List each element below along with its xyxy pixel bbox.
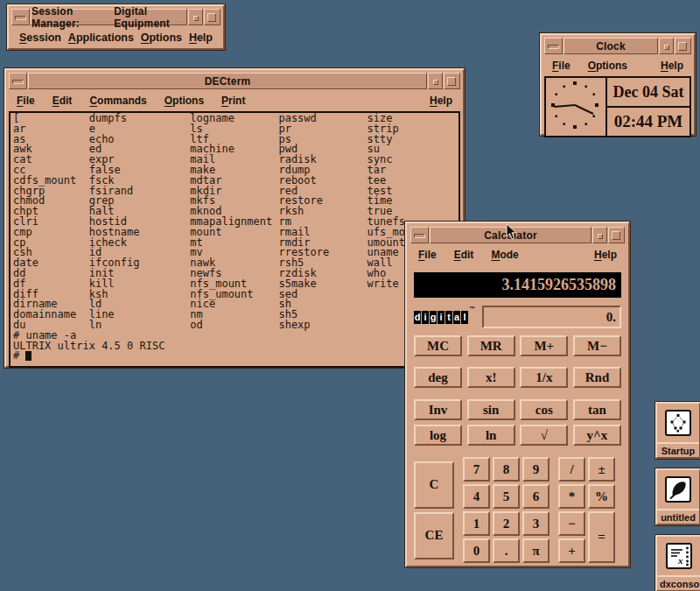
- decterm-titlebar[interactable]: DECterm: [9, 73, 460, 89]
- window-menu-button[interactable]: [544, 38, 563, 54]
- window-menu-button[interactable]: [410, 227, 429, 243]
- maximize-button[interactable]: [204, 9, 220, 25]
- calc-button-log[interactable]: log: [414, 425, 462, 446]
- operator-keys: /±*%−+=: [558, 457, 615, 563]
- calc-button-m[interactable]: M+: [520, 335, 568, 356]
- hour-hand: [575, 105, 593, 114]
- icon-label: untitled: [657, 509, 699, 524]
- calc-button-ln[interactable]: ln: [467, 425, 515, 446]
- calc-button-key[interactable]: .: [493, 538, 520, 563]
- analog-clock-face: [546, 78, 607, 136]
- calc-button-key[interactable]: π: [522, 538, 550, 563]
- menu-item-edit[interactable]: Edit: [52, 95, 73, 107]
- menu-item-help[interactable]: Help: [189, 32, 213, 44]
- calc-button-6[interactable]: 6: [522, 484, 550, 509]
- logo-letter: l: [461, 311, 468, 324]
- calc-button-5[interactable]: 5: [493, 484, 520, 509]
- maximize-button[interactable]: [675, 38, 691, 54]
- calc-button-key[interactable]: %: [588, 484, 615, 509]
- calc-button-x[interactable]: x!: [467, 367, 515, 388]
- svg-text:x: x: [677, 555, 683, 566]
- calc-button-key[interactable]: =: [588, 511, 615, 563]
- desktop-icon-untitled[interactable]: untitled: [655, 468, 700, 525]
- menu-item-mode[interactable]: Mode: [491, 249, 518, 261]
- menu-item-options[interactable]: Options: [588, 60, 627, 72]
- window-title: Session Manager: Digital Equipment: [31, 9, 187, 25]
- menu-item-help[interactable]: Help: [594, 249, 617, 261]
- terminal-screen[interactable]: [ dumpfs logname passwd size ar e ls pr …: [9, 111, 460, 368]
- calc-button-key[interactable]: √: [520, 425, 568, 446]
- menu-item-commands[interactable]: Commands: [89, 95, 146, 107]
- window-menu-button[interactable]: [9, 73, 27, 89]
- menu-item-help[interactable]: Help: [661, 60, 683, 72]
- session-manager-title2: Digital Equipment: [114, 5, 186, 30]
- calc-button-7[interactable]: 7: [463, 457, 490, 482]
- calc-button-deg[interactable]: deg: [414, 367, 462, 388]
- mnemonic-letter: H: [594, 249, 602, 261]
- minimize-button[interactable]: [592, 227, 607, 243]
- calc-button-inv[interactable]: Inv: [414, 399, 462, 420]
- logo-letter: a: [453, 311, 460, 324]
- mnemonic-letter: P: [221, 95, 228, 107]
- calc-button-8[interactable]: 8: [493, 457, 520, 482]
- calc-button-rnd[interactable]: Rnd: [573, 367, 621, 388]
- logo-letter: t: [445, 311, 452, 324]
- calc-button-9[interactable]: 9: [522, 457, 550, 482]
- calc-button-sin[interactable]: sin: [467, 399, 515, 420]
- terminal-text: [ dumpfs logname passwd size ar e ls pr …: [10, 113, 458, 362]
- menu-item-file[interactable]: File: [17, 95, 35, 107]
- minimize-button[interactable]: [659, 38, 674, 54]
- calc-button-tan[interactable]: tan: [573, 399, 621, 420]
- calc-button-ce[interactable]: CE: [414, 512, 454, 559]
- calc-button-1-x[interactable]: 1/x: [520, 367, 568, 388]
- calc-button-4[interactable]: 4: [463, 484, 490, 509]
- clock-menubar: FileOptions Help: [544, 56, 691, 75]
- desktop-icon-startup[interactable]: Startup: [655, 402, 700, 459]
- menu-item-help[interactable]: Help: [430, 95, 452, 107]
- calc-button-key[interactable]: /: [558, 457, 585, 482]
- icon-label: Startup: [657, 442, 699, 457]
- clock-menus: FileOptions: [552, 60, 627, 72]
- minimize-button[interactable]: [428, 73, 443, 89]
- calc-button-key[interactable]: +: [558, 538, 585, 563]
- session-manager-titlebar[interactable]: Session Manager: Digital Equipment: [11, 9, 220, 25]
- calc-button-y-x[interactable]: y^x: [573, 425, 621, 446]
- calc-button-2[interactable]: 2: [493, 511, 520, 536]
- icon-label: dxconsole: [657, 575, 700, 590]
- calc-button-key[interactable]: −: [558, 511, 585, 536]
- maximize-button[interactable]: [608, 227, 625, 243]
- mnemonic-letter: F: [17, 95, 23, 107]
- menu-item-file[interactable]: File: [552, 60, 570, 72]
- maximize-button[interactable]: [444, 73, 460, 89]
- mnemonic-letter: E: [52, 95, 60, 107]
- calc-button-m[interactable]: M−: [573, 335, 621, 356]
- mnemonic-letter: O: [141, 32, 150, 44]
- decterm-title: DECterm: [28, 73, 427, 89]
- calc-button-mr[interactable]: MR: [467, 335, 515, 356]
- session-manager-title: Session Manager:: [32, 5, 104, 30]
- calculator-window: Calculator FileEditMode Help 3.141592653…: [405, 222, 630, 567]
- menu-item-options[interactable]: Options: [141, 32, 182, 44]
- menu-item-file[interactable]: File: [418, 249, 437, 261]
- calc-button-0[interactable]: 0: [463, 538, 490, 563]
- menu-item-options[interactable]: Options: [164, 95, 204, 107]
- minimize-button[interactable]: [188, 9, 203, 25]
- menu-item-session[interactable]: Session: [19, 32, 61, 44]
- mnemonic-letter: S: [19, 32, 26, 44]
- calc-button-c[interactable]: C: [414, 461, 454, 509]
- menu-item-edit[interactable]: Edit: [454, 249, 474, 261]
- window-menu-button[interactable]: [11, 9, 30, 25]
- calc-button-key[interactable]: *: [558, 484, 585, 509]
- desktop-icon-dxconsole[interactable]: x dxconsole: [655, 535, 700, 591]
- calc-button-3[interactable]: 3: [522, 511, 550, 536]
- menu-item-print[interactable]: Print: [221, 95, 245, 107]
- menu-item-applications[interactable]: Applications: [68, 32, 134, 44]
- clock-titlebar[interactable]: Clock: [544, 38, 691, 54]
- calc-button-cos[interactable]: cos: [520, 399, 568, 420]
- calc-button-key[interactable]: ±: [588, 457, 615, 482]
- calc-button-mc[interactable]: MC: [414, 335, 462, 356]
- mnemonic-letter: E: [454, 249, 461, 261]
- calc-button-1[interactable]: 1: [463, 511, 490, 536]
- mnemonic-letter: F: [552, 60, 558, 72]
- calculator-menubar: FileEditMode Help: [410, 245, 625, 264]
